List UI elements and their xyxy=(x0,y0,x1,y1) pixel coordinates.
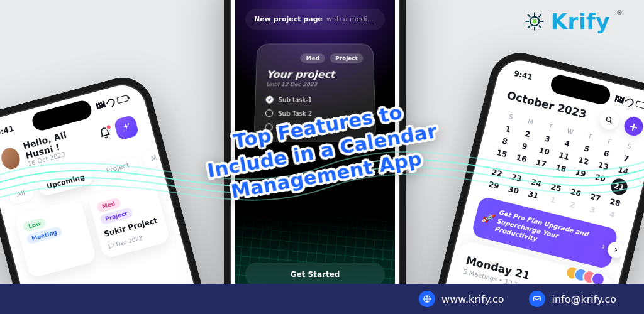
card-date: 12 Dec 2023 xyxy=(107,235,143,251)
calendar-day[interactable]: 4 xyxy=(601,208,623,221)
notifications-button[interactable] xyxy=(97,125,113,140)
calendar-day[interactable]: 27 xyxy=(584,191,606,204)
project-card-title: Your project xyxy=(266,69,364,80)
svg-point-1 xyxy=(533,19,536,23)
subtask-row[interactable]: Sub task-1 xyxy=(265,96,364,104)
calendar-day[interactable]: 1 xyxy=(542,193,564,207)
calendar-day[interactable]: 13 xyxy=(592,160,614,173)
brand-logo: Krify ® xyxy=(523,9,621,34)
calendar-day[interactable]: 22 xyxy=(486,166,508,180)
svg-line-13 xyxy=(609,121,612,124)
svg-point-11 xyxy=(123,130,125,131)
calendar-day[interactable]: 21 xyxy=(608,176,631,197)
calendar-day[interactable]: 24 xyxy=(525,176,547,190)
banner-muted: with a medi… xyxy=(326,15,374,23)
brand-name: Krify xyxy=(551,9,610,34)
subtask-label: Sub task-1 xyxy=(279,96,313,103)
svg-line-7 xyxy=(539,26,541,28)
ai-sparkle-button[interactable] xyxy=(113,114,140,141)
footer-bar: www.krify.co info@krify.co xyxy=(0,284,644,314)
project-card[interactable]: MedProjectSukir Project12 Dec 2023 xyxy=(87,179,170,259)
chevron-right-icon xyxy=(600,243,608,251)
checkbox-empty-icon xyxy=(265,109,273,117)
avatar[interactable] xyxy=(0,146,22,171)
promo-next-button[interactable] xyxy=(606,240,626,260)
priority-chip: Med xyxy=(301,53,325,63)
footer-email[interactable]: info@krify.co xyxy=(529,291,616,307)
mail-icon xyxy=(529,291,545,307)
priority-chip: Project xyxy=(330,53,363,63)
globe-icon xyxy=(419,291,435,307)
svg-line-8 xyxy=(539,14,541,17)
banner-strong: New project page xyxy=(254,15,323,23)
calendar-day[interactable]: 31 xyxy=(523,188,545,202)
svg-line-9 xyxy=(528,26,530,28)
calendar-day[interactable]: 28 xyxy=(604,196,626,209)
phone-mockup-home: 9:41 Hello, Ali Husni ! 16 Oct 2023 AllU… xyxy=(0,71,242,314)
calendar-day[interactable]: 30 xyxy=(502,183,525,197)
project-card[interactable]: LowMeeting xyxy=(14,198,97,279)
filter-tab-all[interactable]: All xyxy=(7,182,35,205)
add-event-button[interactable]: + xyxy=(622,115,644,138)
calendar-day[interactable]: 10 xyxy=(533,144,555,158)
calendar-day[interactable]: 14 xyxy=(612,164,634,177)
brand-registered: ® xyxy=(616,9,623,16)
filter-tab-project[interactable]: Project xyxy=(96,154,139,181)
calendar-day[interactable]: 11 xyxy=(553,149,575,163)
project-card-subtitle: Until 12 Dec 2023 xyxy=(266,82,364,88)
brand-gear-icon xyxy=(523,10,546,33)
phone-mockup-calendar: 9:41 October 2023 + SMTWTFS 123456789101… xyxy=(406,46,644,314)
search-button[interactable] xyxy=(598,109,621,131)
svg-point-10 xyxy=(128,123,129,124)
filter-tab-metting[interactable]: Metting xyxy=(141,142,187,170)
svg-point-12 xyxy=(606,117,611,122)
calendar-day[interactable]: 3 xyxy=(582,203,604,216)
footer-website[interactable]: www.krify.co xyxy=(419,291,504,307)
notification-dot-icon xyxy=(104,123,112,131)
calendar-day[interactable]: 2 xyxy=(562,198,584,212)
onboarding-banner: New project page with a medi… xyxy=(245,9,385,30)
get-started-button[interactable]: Get Started xyxy=(245,263,385,286)
calendar-day[interactable]: 29 xyxy=(483,178,505,192)
svg-line-6 xyxy=(528,14,530,17)
svg-rect-15 xyxy=(534,297,541,301)
rocket-icon: 🚀 xyxy=(480,210,495,225)
calendar-day[interactable]: 25 xyxy=(545,181,567,194)
calendar-day[interactable]: 26 xyxy=(565,186,587,199)
calendar-day[interactable]: 8 xyxy=(494,135,516,148)
checkbox-checked-icon xyxy=(265,96,273,104)
